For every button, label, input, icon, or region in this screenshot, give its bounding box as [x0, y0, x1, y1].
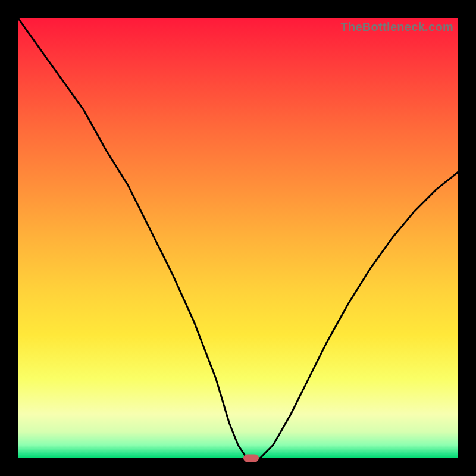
chart-frame: TheBottleneck.com	[0, 0, 476, 476]
curve-path	[18, 18, 458, 458]
bottleneck-curve	[18, 18, 458, 458]
optimum-marker	[243, 455, 259, 462]
plot-area: TheBottleneck.com	[18, 18, 458, 458]
